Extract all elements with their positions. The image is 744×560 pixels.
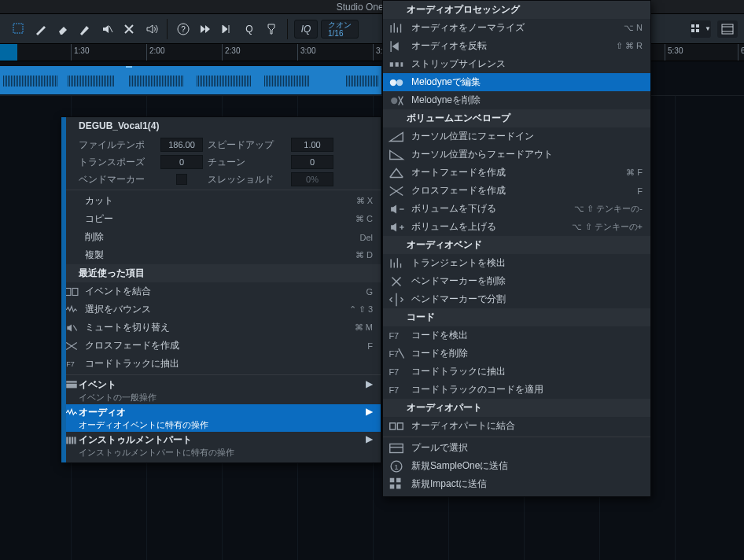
- split-tool-icon[interactable]: [120, 20, 138, 39]
- svg-text:F7: F7: [389, 385, 399, 395]
- speedup-value[interactable]: 1.00: [291, 138, 333, 152]
- svg-rect-48: [390, 477, 395, 482]
- sub-apply-chord-track[interactable]: F7 コードトラックのコードを適用: [383, 381, 650, 399]
- svg-rect-51: [396, 484, 401, 489]
- svg-text:1: 1: [394, 462, 398, 471]
- transpose-value[interactable]: 0: [160, 155, 203, 169]
- file-tempo-value[interactable]: 186.00: [160, 138, 203, 152]
- sub-melodyne-edit[interactable]: Melodyneで編集: [383, 73, 650, 91]
- instrument-group-icon: [64, 433, 79, 450]
- svg-text:F7: F7: [389, 367, 399, 377]
- bend-marker-label: ベンドマーカー: [79, 173, 156, 186]
- tab-forward-icon[interactable]: [218, 20, 237, 39]
- sub-select-in-pool[interactable]: プールで選択: [383, 439, 650, 457]
- event-context-menu: DEGUB_Vocal1(4) ファイルテンポ 186.00 スピードアップ 1…: [61, 116, 381, 463]
- sub-melodyne-delete[interactable]: Melodyneを削除: [383, 91, 650, 109]
- menu-cut[interactable]: カット ⌘ X: [61, 192, 381, 210]
- sub-vol-up[interactable]: ボリュームを上げる ⌥ ⇧ テンキーの+: [383, 218, 650, 236]
- svg-text:?: ?: [181, 25, 186, 34]
- fadeout-icon: [388, 149, 405, 161]
- iq-display[interactable]: IQ: [294, 20, 318, 39]
- svg-rect-42: [390, 422, 396, 429]
- ruler-tick: [373, 44, 374, 61]
- svg-line-14: [73, 325, 77, 330]
- audio-event[interactable]: [0, 66, 381, 94]
- part-merge-icon: [388, 420, 405, 433]
- menu-group-audio[interactable]: オーディオ オーディオイベントに特有の操作 ▶: [61, 404, 381, 432]
- sub-delete-chords[interactable]: F7 コードを削除: [383, 344, 650, 363]
- clip-sync-handle[interactable]: [126, 66, 132, 68]
- bend-marker-checkbox[interactable]: [176, 174, 187, 185]
- mute-tool-icon[interactable]: [98, 20, 116, 39]
- svg-rect-12: [65, 288, 71, 295]
- menu-bounce[interactable]: 選択をバウンス ⌃ ⇧ 3: [61, 300, 381, 319]
- volup-icon: [388, 221, 405, 234]
- bend-split-icon: [388, 293, 405, 306]
- svg-rect-24: [396, 62, 399, 67]
- sub-detect-chords[interactable]: F7 コードを検出: [383, 326, 650, 344]
- sub-delete-bend-markers[interactable]: ベンドマーカーを削除: [383, 272, 650, 290]
- sub-send-sampleone[interactable]: 1 新規SampleOneに送信: [383, 457, 650, 475]
- sub-strip-silence[interactable]: ストリップサイレンス: [383, 55, 650, 73]
- ruler-tick: [71, 44, 72, 61]
- sub-extract-chord-track[interactable]: F7 コードトラックに抽出: [383, 363, 650, 381]
- menu-create-crossfade[interactable]: クロスフェードを作成 F: [61, 337, 381, 355]
- svg-rect-6: [696, 24, 699, 28]
- sub-send-impact[interactable]: 新規Impactに送信: [383, 475, 650, 493]
- voldown-icon: [388, 203, 405, 216]
- sub-head-processing: オーディオプロセッシング: [383, 1, 650, 19]
- speedup-label: スピードアップ: [208, 138, 286, 152]
- sub-vol-down[interactable]: ボリュームを下げる ⌥ ⇧ テンキーの-: [383, 200, 650, 218]
- ruler-tick: [297, 44, 298, 61]
- sub-normalize[interactable]: オーディオをノーマライズ ⌥ N: [383, 19, 650, 37]
- normalize-icon: [388, 22, 405, 35]
- selection-tool-icon[interactable]: [9, 20, 28, 39]
- help-icon[interactable]: ?: [174, 20, 193, 39]
- strip-silence-icon: [388, 58, 405, 71]
- menu-merge-events[interactable]: イベントを結合 G: [61, 282, 381, 300]
- sub-fade-in[interactable]: カーソル位置にフェードイン: [383, 127, 650, 146]
- menu-group-instrument[interactable]: インストゥルメントパート インストゥルメントパートに特有の操作 ▶: [61, 432, 381, 459]
- quantize-value[interactable]: クオン 1/16: [321, 20, 359, 39]
- tune-label: チューン: [208, 156, 286, 169]
- sub-split-bend-markers[interactable]: ベンドマーカーで分割: [383, 290, 650, 308]
- quantize-icon[interactable]: Q: [240, 20, 259, 39]
- sub-fade-out[interactable]: カーソル位置からフェードアウト: [383, 146, 650, 164]
- sub-merge-part[interactable]: オーディオパートに結合: [383, 417, 650, 435]
- grid-view-icon[interactable]: ▼: [691, 20, 711, 38]
- sub-crossfade[interactable]: クロスフェードを作成 F: [383, 182, 650, 200]
- chord-detect-icon: F7: [388, 330, 405, 342]
- svg-text:Q: Q: [245, 24, 252, 35]
- film-view-icon[interactable]: [717, 20, 738, 38]
- ruler-tick: [146, 44, 147, 61]
- event-group-icon: [64, 378, 79, 395]
- crossfade-icon: [64, 340, 79, 352]
- menu-group-event[interactable]: イベント イベントの一般操作 ▶: [61, 377, 381, 404]
- svg-text:F7: F7: [66, 360, 75, 368]
- menu-extract-chord-track[interactable]: F7 コードトラックに抽出: [61, 355, 381, 373]
- sub-autofade[interactable]: オートフェードを作成 ⌘ F: [383, 164, 650, 182]
- menu-delete[interactable]: 削除 Del: [61, 228, 381, 246]
- erase-tool-icon[interactable]: [53, 20, 72, 39]
- threshold-value[interactable]: 0%: [291, 172, 333, 186]
- ruler-tick: [665, 44, 665, 61]
- draw-tool-icon[interactable]: [31, 20, 50, 39]
- tune-value[interactable]: 0: [291, 155, 333, 169]
- svg-rect-8: [696, 29, 699, 32]
- transpose-label: トランスポーズ: [79, 156, 156, 169]
- reverse-icon: [388, 40, 405, 53]
- menu-toggle-mute[interactable]: ミュートを切り替え ⌘ M: [61, 319, 381, 337]
- sub-detect-transients[interactable]: トランジェントを検出: [383, 254, 650, 272]
- svg-rect-17: [66, 381, 77, 382]
- svg-rect-7: [691, 29, 694, 32]
- paint-tool-icon[interactable]: [76, 20, 94, 39]
- menu-duplicate[interactable]: 複製 ⌘ D: [61, 246, 381, 264]
- sub-reverse[interactable]: オーディオを反転 ⇧ ⌘ R: [383, 37, 650, 55]
- ruler-start-marker[interactable]: [0, 44, 17, 61]
- listen-tool-icon[interactable]: [142, 20, 160, 39]
- chord-delete-icon: F7: [388, 348, 405, 360]
- menu-copy[interactable]: コピー ⌘ C: [61, 210, 381, 228]
- action-icon[interactable]: [262, 20, 281, 39]
- skip-forward-icon[interactable]: [196, 20, 215, 39]
- sub-head-bend: オーディオベンド: [383, 236, 650, 254]
